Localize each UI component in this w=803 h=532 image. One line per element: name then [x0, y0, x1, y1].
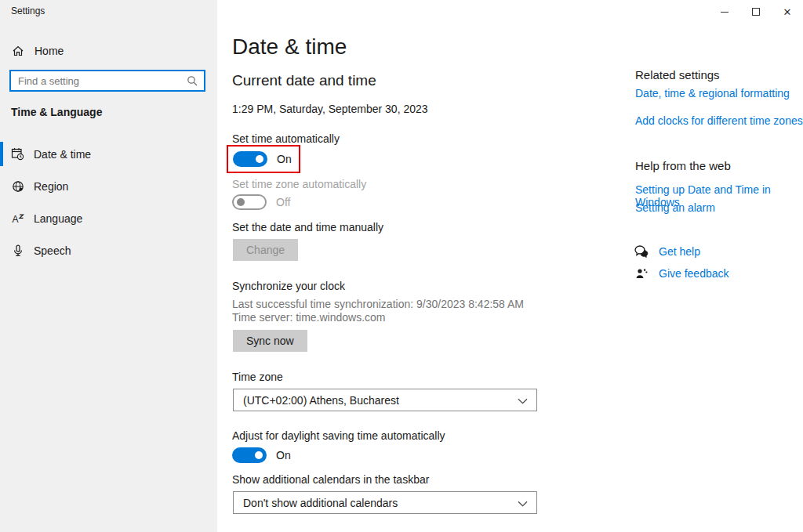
home-icon	[11, 45, 24, 58]
language-icon: A	[11, 212, 24, 225]
additional-calendars-label: Show additional calendars in the taskbar	[232, 473, 429, 486]
current-date-heading: Current date and time	[232, 72, 376, 89]
dst-label: Adjust for daylight saving time automati…	[232, 429, 445, 442]
settings-window: Settings Home Time & Language Date & tim…	[0, 0, 803, 532]
right-panel: Related settings Date, time & regional f…	[635, 0, 803, 532]
get-help-icon	[634, 244, 649, 258]
last-sync-text: Last successful time synchronization: 9/…	[232, 298, 524, 310]
sidebar-item-label: Language	[34, 212, 82, 225]
sidebar-item-speech[interactable]: Speech	[0, 234, 217, 266]
toggle-state-label: Off	[276, 196, 290, 208]
toggle-knob	[256, 155, 263, 163]
calendars-value: Don't show additional calendars	[243, 497, 398, 509]
region-icon	[11, 179, 24, 193]
search-input[interactable]	[11, 75, 187, 87]
additional-calendars-dropdown[interactable]: Don't show additional calendars	[233, 491, 537, 514]
set-time-automatically-toggle[interactable]	[233, 151, 267, 167]
time-server-text: Time server: time.windows.com	[232, 311, 386, 324]
get-help-row[interactable]: Get help	[634, 244, 700, 258]
chevron-down-icon	[518, 496, 528, 510]
link-add-clocks[interactable]: Add clocks for different time zones	[635, 114, 803, 127]
search-icon[interactable]	[187, 75, 204, 86]
give-feedback-icon	[634, 266, 649, 280]
search-box	[9, 70, 205, 92]
set-timezone-automatically-toggle[interactable]	[232, 194, 267, 210]
sync-heading: Synchronize your clock	[232, 280, 345, 292]
current-datetime-value: 1:29 PM, Saturday, September 30, 2023	[232, 103, 428, 115]
sidebar-item-label: Date & time	[34, 148, 91, 161]
related-settings-heading: Related settings	[635, 68, 720, 81]
sidebar-nav: Date & time Region A Language Speech	[0, 138, 217, 266]
chevron-down-icon	[518, 393, 528, 407]
window-title: Settings	[11, 5, 45, 16]
link-setting-an-alarm[interactable]: Setting an alarm	[635, 201, 715, 214]
timezone-dropdown[interactable]: (UTC+02:00) Athens, Bucharest	[233, 389, 537, 411]
give-feedback-link[interactable]: Give feedback	[659, 267, 729, 280]
timezone-label: Time zone	[232, 371, 283, 383]
timezone-value: (UTC+02:00) Athens, Bucharest	[243, 394, 399, 407]
toggle-state-label: On	[276, 449, 291, 461]
sidebar: Settings Home Time & Language Date & tim…	[0, 0, 217, 532]
dst-toggle[interactable]	[232, 447, 267, 463]
link-date-time-regional-formatting[interactable]: Date, time & regional formatting	[635, 87, 790, 100]
speech-icon	[11, 244, 24, 257]
set-timezone-auto-label: Set time zone automatically	[232, 178, 366, 190]
main-content: Date & time Current date and time 1:29 P…	[232, 0, 546, 532]
toggle-knob	[255, 451, 263, 459]
toggle-knob	[237, 198, 245, 206]
sidebar-item-date-time[interactable]: Date & time	[0, 138, 217, 170]
set-manual-label: Set the date and time manually	[232, 221, 383, 233]
svg-text:A: A	[12, 214, 18, 225]
sidebar-item-label: Home	[35, 45, 64, 57]
give-feedback-row[interactable]: Give feedback	[634, 266, 729, 280]
help-from-web-heading: Help from the web	[635, 159, 731, 172]
date-time-icon	[11, 147, 24, 161]
sidebar-item-label: Region	[34, 180, 68, 193]
set-timezone-auto-row: Off	[232, 194, 290, 210]
sidebar-item-home[interactable]: Home	[0, 38, 217, 64]
annotation-red-box: On	[227, 145, 300, 173]
sidebar-item-label: Speech	[34, 244, 71, 257]
set-time-auto-label: Set time automatically	[232, 132, 340, 145]
get-help-link[interactable]: Get help	[659, 245, 700, 258]
sidebar-item-language[interactable]: A Language	[0, 202, 217, 234]
sidebar-section-header: Time & Language	[11, 106, 102, 118]
change-button[interactable]: Change	[233, 239, 298, 261]
sidebar-item-region[interactable]: Region	[0, 170, 217, 202]
sync-now-button[interactable]: Sync now	[233, 330, 307, 352]
page-title: Date & time	[232, 34, 347, 60]
dst-row: On	[232, 447, 291, 463]
toggle-state-label: On	[277, 153, 292, 165]
